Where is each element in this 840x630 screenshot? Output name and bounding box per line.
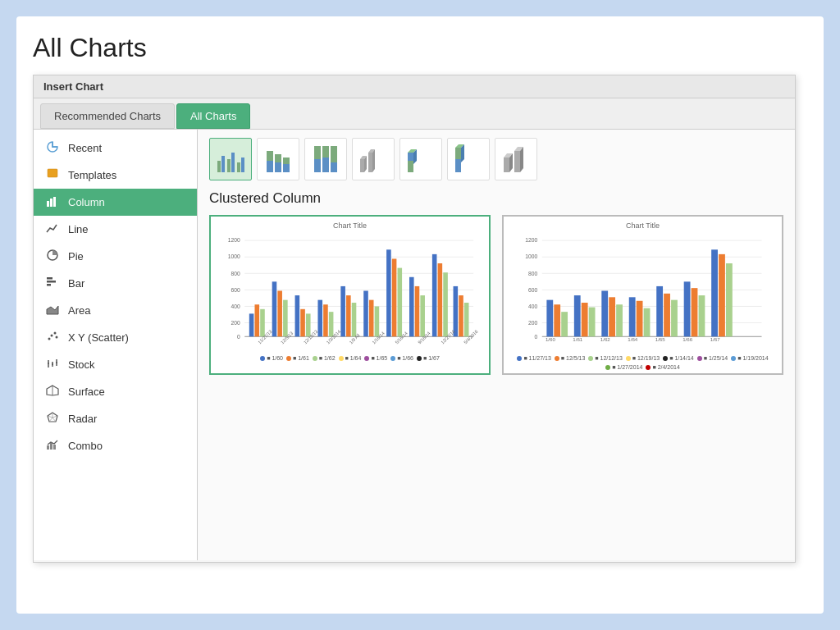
svg-text:1200: 1200	[228, 237, 240, 243]
sidebar-item-column[interactable]: Column	[34, 189, 197, 216]
svg-rect-85	[272, 281, 277, 336]
svg-rect-111	[464, 303, 469, 336]
combo-icon	[45, 438, 60, 454]
svg-text:1/65: 1/65	[655, 336, 666, 342]
chart-type-stacked[interactable]	[257, 138, 299, 180]
svg-rect-98	[369, 300, 374, 337]
chart-preview-1[interactable]: Chart Title 1200	[209, 215, 491, 375]
sidebar-item-recent[interactable]: Recent	[34, 135, 197, 162]
svg-text:1/62: 1/62	[600, 336, 611, 342]
svg-text:1000: 1000	[525, 253, 537, 259]
svg-text:600: 600	[528, 287, 537, 293]
svg-rect-144	[616, 304, 623, 336]
chart-type-3d-stacked[interactable]	[399, 138, 442, 180]
svg-marker-67	[520, 147, 523, 172]
svg-point-11	[54, 332, 57, 335]
chart-preview-2[interactable]: Chart Title 1200	[502, 215, 783, 375]
svg-line-24	[52, 418, 56, 422]
svg-point-12	[56, 336, 58, 339]
chart-type-3d-column[interactable]	[495, 138, 537, 180]
svg-rect-7	[47, 284, 51, 286]
svg-rect-58	[455, 148, 461, 159]
svg-text:200: 200	[528, 320, 537, 326]
chart-preview-1-title: Chart Title	[216, 221, 484, 230]
sidebar-item-column-label: Column	[68, 196, 105, 208]
svg-rect-148	[656, 286, 663, 336]
svg-rect-59	[455, 159, 461, 172]
sidebar-item-stock[interactable]: Stock	[34, 351, 197, 378]
svg-text:1/64: 1/64	[628, 336, 638, 342]
preview-row: Chart Title 1200	[209, 215, 783, 375]
sidebar-item-area[interactable]: Area	[34, 297, 197, 324]
sidebar-item-recent-label: Recent	[68, 142, 102, 154]
outer-container: All Charts Insert Chart Recommended Char…	[16, 16, 824, 614]
svg-text:800: 800	[231, 271, 240, 276]
svg-rect-37	[267, 161, 273, 172]
sidebar-item-surface[interactable]: Surface	[34, 378, 197, 405]
svg-rect-96	[352, 303, 357, 336]
svg-marker-8	[47, 306, 58, 314]
chart-type-clustered[interactable]	[209, 138, 252, 180]
svg-rect-91	[317, 300, 322, 337]
svg-point-9	[48, 338, 51, 340]
svg-rect-149	[664, 294, 670, 336]
svg-rect-155	[719, 254, 725, 336]
svg-rect-5	[47, 277, 52, 280]
svg-rect-147	[644, 308, 651, 337]
svg-text:1/66: 1/66	[682, 336, 693, 342]
chart-type-stacked100[interactable]	[304, 138, 347, 180]
sidebar-item-bar[interactable]: Bar	[34, 270, 197, 297]
stock-icon	[45, 357, 60, 372]
sidebar-item-scatter[interactable]: X Y (Scatter)	[34, 324, 197, 351]
svg-rect-51	[368, 153, 372, 172]
svg-rect-6	[47, 281, 56, 283]
svg-text:1/60: 1/60	[546, 336, 556, 342]
svg-rect-65	[514, 151, 520, 172]
svg-rect-145	[629, 297, 636, 336]
svg-text:1000: 1000	[228, 253, 240, 259]
svg-rect-33	[231, 153, 235, 172]
svg-text:200: 200	[231, 320, 240, 326]
svg-rect-140	[582, 303, 588, 336]
chart-preview-2-title: Chart Title	[509, 221, 777, 230]
chart-preview-2-legend: ■ 11/27/13 ■ 12/5/13 ■ 12/12/13 ■ 12/19/…	[509, 355, 777, 370]
svg-text:1/67: 1/67	[710, 336, 721, 342]
sidebar-item-pie[interactable]: Pie	[34, 243, 197, 270]
dialog-body: Recommended Charts All Charts Recent	[34, 98, 795, 560]
svg-rect-86	[277, 291, 282, 337]
tab-all-charts[interactable]: All Charts	[176, 103, 250, 129]
svg-rect-27	[47, 445, 49, 450]
sidebar-item-combo[interactable]: Combo	[34, 432, 197, 459]
svg-rect-83	[255, 304, 260, 336]
svg-rect-62	[504, 158, 509, 172]
sidebar-item-radar[interactable]: Radar	[34, 405, 197, 432]
svg-rect-43	[314, 159, 321, 172]
svg-rect-101	[392, 258, 397, 336]
sidebar-item-line-label: Line	[68, 223, 89, 235]
svg-rect-0	[48, 169, 57, 177]
sidebar-item-templates[interactable]: Templates	[34, 162, 197, 189]
svg-rect-54	[408, 161, 413, 172]
svg-rect-109	[454, 286, 459, 336]
svg-point-10	[51, 335, 53, 337]
svg-rect-55	[408, 153, 413, 161]
sidebar-item-line[interactable]: Line	[34, 216, 197, 243]
svg-rect-97	[363, 291, 368, 337]
svg-rect-139	[574, 295, 581, 336]
tab-recommended[interactable]: Recommended Charts	[40, 103, 175, 129]
chart-type-3d-stacked100[interactable]	[447, 138, 490, 180]
svg-text:400: 400	[528, 304, 537, 309]
svg-rect-152	[692, 288, 698, 336]
svg-rect-30	[217, 161, 221, 172]
scatter-icon	[45, 330, 60, 345]
section-title: Clustered Column	[209, 190, 783, 207]
svg-rect-89	[300, 309, 305, 336]
svg-rect-153	[699, 295, 705, 336]
svg-rect-106	[432, 254, 437, 336]
svg-rect-48	[360, 159, 364, 172]
sidebar-item-radar-label: Radar	[68, 413, 97, 425]
sidebar-item-pie-label: Pie	[68, 250, 84, 262]
svg-rect-108	[443, 272, 448, 336]
svg-rect-29	[53, 445, 56, 450]
chart-type-3d-clustered[interactable]	[352, 138, 395, 180]
